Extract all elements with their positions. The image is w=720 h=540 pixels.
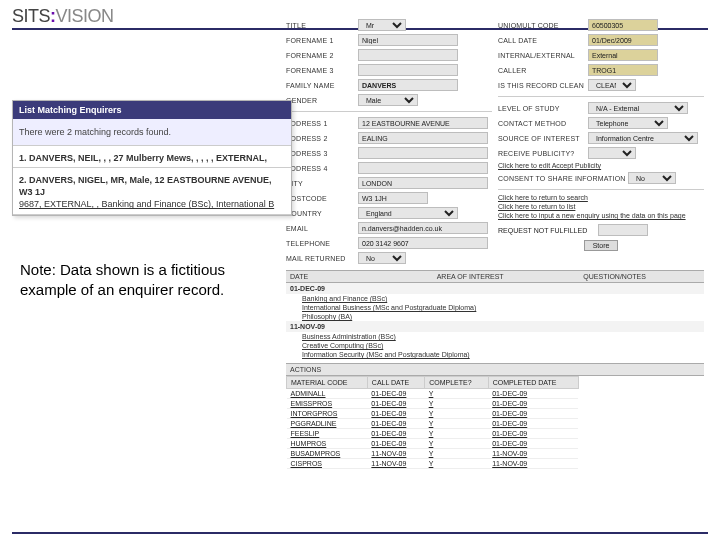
email-input[interactable] xyxy=(358,222,488,234)
return-list-link[interactable]: Click here to return to list xyxy=(498,203,704,210)
title-select[interactable]: Mr xyxy=(358,19,406,31)
address3-input[interactable] xyxy=(358,147,488,159)
tel-label: TELEPHONE xyxy=(286,240,358,247)
actions-cell: 11-NOV-09 xyxy=(488,449,578,459)
forename3-input[interactable] xyxy=(358,64,458,76)
enquirer-form: TITLE Mr FORENAME 1 FORENAME 2 FORENAME … xyxy=(286,18,704,469)
match-record-line1: 2. DANVERS, NIGEL, MR, Male, 12 EASTBOUR… xyxy=(19,174,285,198)
actions-cell: INTORGPROS xyxy=(287,409,368,419)
actions-cell: BUSADMPROS xyxy=(287,449,368,459)
intext-input[interactable] xyxy=(588,49,658,61)
meta-col: UNIQMULT CODE CALL DATE INTERNAL/EXTERNA… xyxy=(498,18,704,266)
calls-hdr-qn: QUESTION/NOTES xyxy=(583,273,700,280)
address4-input[interactable] xyxy=(358,162,488,174)
reqnf-input[interactable] xyxy=(598,224,648,236)
forename2-input[interactable] xyxy=(358,49,458,61)
actions-cell: EMISSPROS xyxy=(287,399,368,409)
actions-row[interactable]: BUSADMPROS11-NOV-09Y11-NOV-09 xyxy=(287,449,579,459)
calls-date-row: 01-DEC-09 xyxy=(286,283,704,294)
match-record[interactable]: 1. DANVERS, NEIL, , , 27 Mulberry Mews, … xyxy=(13,146,291,168)
country-label: COUNTRY xyxy=(286,210,358,217)
share-label: CONSENT TO SHARE INFORMATION xyxy=(498,175,628,182)
actions-row[interactable]: EMISSPROS01-DEC-09Y01-DEC-09 xyxy=(287,399,579,409)
f3-label: FORENAME 3 xyxy=(286,67,358,74)
match-record[interactable]: 2. DANVERS, NIGEL, MR, Male, 12 EASTBOUR… xyxy=(13,168,291,214)
calls-item[interactable]: Philosophy (BA) xyxy=(286,312,704,321)
source-label: SOURCE OF INTEREST xyxy=(498,135,588,142)
city-input[interactable] xyxy=(358,177,488,189)
edit-publicity-link[interactable]: Click here to edit Accept Publicity xyxy=(498,162,704,169)
calldate-input[interactable] xyxy=(588,34,658,46)
calls-item[interactable]: Information Security (MSc and Postgradua… xyxy=(286,350,704,359)
actions-cell: 01-DEC-09 xyxy=(488,439,578,449)
reqnf-label: REQUEST NOT FULFILLED xyxy=(498,227,598,234)
actions-cell: Y xyxy=(425,459,489,469)
actions-row[interactable]: HUMPROS01-DEC-09Y01-DEC-09 xyxy=(287,439,579,449)
title-label: TITLE xyxy=(286,22,358,29)
actions-cell: 01-DEC-09 xyxy=(488,409,578,419)
actions-cell: Y xyxy=(425,439,489,449)
address1-input[interactable] xyxy=(358,117,488,129)
actions-cell: 11-NOV-09 xyxy=(488,459,578,469)
a1-label: ADDRESS 1 xyxy=(286,120,358,127)
calldate-label: CALL DATE xyxy=(498,37,588,44)
uniqcode-input[interactable] xyxy=(588,19,658,31)
actions-cell: ADMINALL xyxy=(287,389,368,399)
actions-row[interactable]: PGGRADLINE01-DEC-09Y01-DEC-09 xyxy=(287,419,579,429)
actions-cell: 11-NOV-09 xyxy=(367,449,424,459)
store-button[interactable]: Store xyxy=(584,240,619,251)
actions-cell: 01-DEC-09 xyxy=(488,429,578,439)
a4-label: ADDRESS 4 xyxy=(286,165,358,172)
clean-select[interactable]: CLEAN xyxy=(588,79,636,91)
logo-a: SITS xyxy=(12,6,50,26)
actions-col: CALL DATE xyxy=(367,377,424,389)
actions-row[interactable]: INTORGPROS01-DEC-09Y01-DEC-09 xyxy=(287,409,579,419)
f1-label: FORENAME 1 xyxy=(286,37,358,44)
actions-table: MATERIAL CODECALL DATECOMPLETE?COMPLETED… xyxy=(286,376,579,469)
actions-row[interactable]: FEESLIP01-DEC-09Y01-DEC-09 xyxy=(287,429,579,439)
calls-body: 01-DEC-09Banking and Finance (BSc)Intern… xyxy=(286,283,704,359)
a2-label: ADDRESS 2 xyxy=(286,135,358,142)
recpub-select[interactable] xyxy=(588,147,636,159)
matching-enquirers-window: List Matching Enquirers There were 2 mat… xyxy=(12,100,292,216)
actions-cell: Y xyxy=(425,419,489,429)
actions-cell: Y xyxy=(425,429,489,439)
calls-item[interactable]: Banking and Finance (BSc) xyxy=(286,294,704,303)
actions-cell: 01-DEC-09 xyxy=(488,419,578,429)
email-label: EMAIL xyxy=(286,225,358,232)
calls-item[interactable]: Business Administration (BSc) xyxy=(286,332,704,341)
forename1-input[interactable] xyxy=(358,34,458,46)
postcode-input[interactable] xyxy=(358,192,428,204)
actions-cell: HUMPROS xyxy=(287,439,368,449)
fictitious-note: Note: Data shown is a fictitious example… xyxy=(20,260,230,301)
telephone-input[interactable] xyxy=(358,237,488,249)
actions-cell: PGGRADLINE xyxy=(287,419,368,429)
actions-col: COMPLETE? xyxy=(425,377,489,389)
address2-input[interactable] xyxy=(358,132,488,144)
actions-row[interactable]: ADMINALL01-DEC-09Y01-DEC-09 xyxy=(287,389,579,399)
family-input[interactable] xyxy=(358,79,458,91)
actions-cell: Y xyxy=(425,409,489,419)
actions-row[interactable]: CISPROS11-NOV-09Y11-NOV-09 xyxy=(287,459,579,469)
share-select[interactable]: No xyxy=(628,172,676,184)
actions-cell: FEESLIP xyxy=(287,429,368,439)
source-select[interactable]: Information Centre xyxy=(588,132,698,144)
contact-label: CONTACT METHOD xyxy=(498,120,588,127)
actions-col: COMPLETED DATE xyxy=(488,377,578,389)
return-search-link[interactable]: Click here to return to search xyxy=(498,194,704,201)
a3-label: ADDRESS 3 xyxy=(286,150,358,157)
caller-input[interactable] xyxy=(588,64,658,76)
calls-item[interactable]: Creative Computing (BSc) xyxy=(286,341,704,350)
identity-col: TITLE Mr FORENAME 1 FORENAME 2 FORENAME … xyxy=(286,18,492,266)
country-select[interactable]: England xyxy=(358,207,458,219)
actions-cell: 01-DEC-09 xyxy=(488,399,578,409)
gender-select[interactable]: Male xyxy=(358,94,418,106)
mailreturned-select[interactable]: No xyxy=(358,252,406,264)
calls-date-row: 11-NOV-09 xyxy=(286,321,704,332)
new-enquiry-link[interactable]: Click here to input a new enquiry using … xyxy=(498,212,704,219)
actions-cell: CISPROS xyxy=(287,459,368,469)
calls-item[interactable]: International Business (MSc and Postgrad… xyxy=(286,303,704,312)
contact-select[interactable]: Telephone xyxy=(588,117,668,129)
level-select[interactable]: N/A - External xyxy=(588,102,688,114)
uniq-label: UNIQMULT CODE xyxy=(498,22,588,29)
